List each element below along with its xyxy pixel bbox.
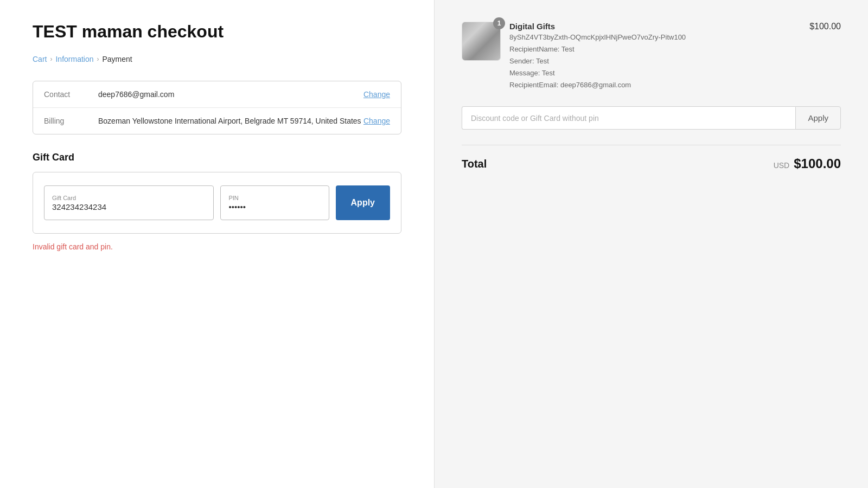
contact-label: Contact bbox=[44, 90, 98, 99]
product-image-inner bbox=[462, 22, 500, 60]
billing-label: Billing bbox=[44, 117, 98, 125]
product-row: 1 Digital Gifts 8yShZ4VT3byZxth-OQmcKpjx… bbox=[462, 22, 841, 91]
gift-card-inputs: Gift Card 324234234234 PIN •••••• Apply bbox=[44, 185, 390, 220]
right-panel: 1 Digital Gifts 8yShZ4VT3byZxth-OQmcKpjx… bbox=[434, 0, 868, 488]
recipient-email: RecipientEmail: deep7686@gmail.com bbox=[509, 79, 801, 91]
store-title: TEST maman checkout bbox=[33, 22, 401, 42]
total-row: Total USD $100.00 bbox=[462, 145, 841, 171]
product-price: $100.00 bbox=[809, 22, 841, 31]
contact-row: Contact deep7686@gmail.com Change bbox=[33, 81, 401, 108]
breadcrumb-cart[interactable]: Cart bbox=[33, 55, 47, 63]
gift-card-title: Gift Card bbox=[33, 152, 401, 163]
breadcrumb-sep-1: › bbox=[50, 55, 52, 63]
message: Message: Test bbox=[509, 67, 801, 79]
left-panel: TEST maman checkout Cart › Information ›… bbox=[0, 0, 434, 488]
gift-card-box: Gift Card 324234234234 PIN •••••• Apply bbox=[33, 172, 401, 234]
product-meta: RecipientName: Test Sender: Test Message… bbox=[509, 43, 801, 91]
gift-card-apply-button[interactable]: Apply bbox=[336, 185, 390, 220]
info-card: Contact deep7686@gmail.com Change Billin… bbox=[33, 81, 401, 134]
product-image-wrapper: 1 bbox=[462, 22, 501, 61]
product-sku: 8yShZ4VT3byZxth-OQmcKpjxlHNjPweO7voZry-P… bbox=[509, 33, 801, 41]
billing-value: Bozeman Yellowstone International Airpor… bbox=[98, 117, 363, 125]
pin-field-label: PIN bbox=[228, 195, 321, 201]
pin-field-box[interactable]: PIN •••••• bbox=[220, 185, 329, 220]
breadcrumb-sep-2: › bbox=[97, 55, 99, 63]
sender: Sender: Test bbox=[509, 55, 801, 67]
discount-input[interactable] bbox=[462, 106, 795, 130]
total-currency: USD bbox=[774, 161, 790, 170]
breadcrumb-payment: Payment bbox=[103, 55, 132, 63]
contact-change-link[interactable]: Change bbox=[363, 90, 390, 99]
gift-card-field-value: 324234234234 bbox=[52, 202, 206, 211]
total-amount-group: USD $100.00 bbox=[774, 156, 841, 171]
product-details: Digital Gifts 8yShZ4VT3byZxth-OQmcKpjxlH… bbox=[509, 22, 801, 91]
total-amount: $100.00 bbox=[794, 156, 841, 171]
discount-apply-button[interactable]: Apply bbox=[795, 106, 841, 130]
billing-change-link[interactable]: Change bbox=[363, 117, 390, 125]
contact-value: deep7686@gmail.com bbox=[98, 90, 363, 99]
billing-row: Billing Bozeman Yellowstone Internationa… bbox=[33, 108, 401, 134]
pin-field-value: •••••• bbox=[228, 202, 321, 211]
gift-card-field-label: Gift Card bbox=[52, 195, 206, 201]
discount-row: Apply bbox=[462, 106, 841, 130]
gift-card-field-box[interactable]: Gift Card 324234234234 bbox=[44, 185, 214, 220]
product-badge: 1 bbox=[493, 17, 505, 29]
gift-card-section: Gift Card Gift Card 324234234234 PIN •••… bbox=[33, 152, 401, 251]
gift-card-error: Invalid gift card and pin. bbox=[33, 242, 401, 251]
breadcrumb: Cart › Information › Payment bbox=[33, 55, 401, 63]
total-label: Total bbox=[462, 158, 487, 170]
product-name: Digital Gifts bbox=[509, 22, 801, 31]
recipient-name: RecipientName: Test bbox=[509, 43, 801, 55]
breadcrumb-information[interactable]: Information bbox=[55, 55, 93, 63]
